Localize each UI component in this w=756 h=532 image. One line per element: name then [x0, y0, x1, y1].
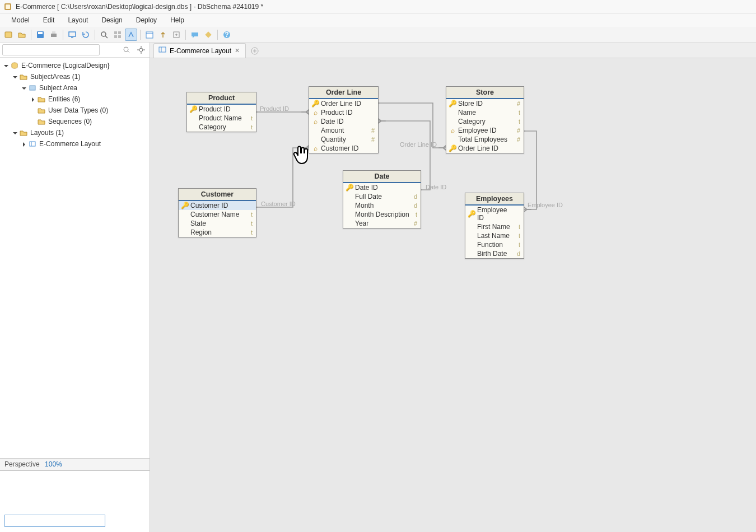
col-product-name[interactable]: Product Namet: [187, 114, 256, 123]
new-model-button[interactable]: [2, 29, 15, 41]
col-order-line-id[interactable]: 🔑Order Line ID: [446, 144, 524, 153]
tree-entities[interactable]: Entities (6): [1, 94, 148, 105]
svg-rect-6: [52, 31, 55, 34]
new-tab-button[interactable]: [249, 45, 260, 57]
entity-store[interactable]: Store 🔑Store ID# Namet Categoryt ⌕Employ…: [446, 86, 524, 153]
refresh-button[interactable]: [80, 29, 92, 41]
menu-deploy[interactable]: Deploy: [129, 15, 164, 26]
entity-order-line[interactable]: Order Line 🔑Order Line ID ⌕Product ID ⌕D…: [309, 86, 379, 153]
col-last-name[interactable]: Last Namet: [465, 231, 524, 240]
export-button[interactable]: [170, 29, 183, 41]
toolbar-sep: [217, 30, 218, 40]
svg-rect-1: [6, 4, 10, 9]
entity-date[interactable]: Date 🔑Date ID Full Dated Monthd Month De…: [343, 170, 421, 228]
col-category[interactable]: Categoryt: [446, 117, 524, 126]
layout-icon: [158, 46, 166, 55]
col-birth-date[interactable]: Birth Dated: [465, 249, 524, 258]
settings-button[interactable]: [135, 44, 147, 56]
col-total-employees[interactable]: Total Employees#: [446, 135, 524, 144]
monitor-button[interactable]: [66, 29, 78, 41]
col-quantity[interactable]: Quantity#: [309, 135, 378, 144]
tree-subject-area[interactable]: Subject Area: [1, 82, 148, 94]
open-button[interactable]: [16, 29, 28, 41]
entity-header[interactable]: Date: [343, 171, 421, 183]
col-store-id[interactable]: 🔑Store ID#: [446, 99, 524, 108]
caret-right-icon[interactable]: [30, 96, 36, 102]
text-input-box[interactable]: [4, 515, 105, 527]
col-order-line-id[interactable]: 🔑Order Line ID: [309, 99, 378, 108]
tree[interactable]: E-Commerce {LogicalDesign} SubjectAreas …: [0, 58, 150, 458]
col-product-id[interactable]: ⌕Product ID: [309, 108, 378, 117]
svg-rect-30: [30, 142, 35, 146]
col-year[interactable]: Year#: [343, 219, 421, 228]
menu-help[interactable]: Help: [164, 15, 191, 26]
tree-root[interactable]: E-Commerce {LogicalDesign}: [1, 60, 148, 71]
zoom-value[interactable]: 100%: [45, 460, 62, 468]
blank-icon: [449, 118, 456, 125]
col-date-id[interactable]: ⌕Date ID: [309, 117, 378, 126]
col-employee-id[interactable]: 🔑Employee ID: [465, 206, 524, 222]
svg-point-9: [101, 32, 106, 36]
col-state[interactable]: Statet: [179, 219, 256, 228]
menu-model[interactable]: Model: [4, 15, 36, 26]
col-product-id[interactable]: 🔑Product ID: [187, 105, 256, 114]
tree-user-data-types[interactable]: User Data Types (0): [1, 105, 148, 116]
col-name[interactable]: Namet: [446, 108, 524, 117]
spacer: [30, 119, 36, 124]
tab-ecommerce-layout[interactable]: E-Commerce Layout ✕: [153, 43, 246, 58]
entity-header[interactable]: Product: [187, 92, 256, 105]
tree-layout-item[interactable]: E-Commerce Layout: [1, 138, 148, 150]
col-month[interactable]: Monthd: [343, 201, 421, 210]
search-input[interactable]: [2, 44, 100, 55]
menu-layout[interactable]: Layout: [61, 15, 95, 26]
col-date-id[interactable]: 🔑Date ID: [343, 183, 421, 192]
entity-header[interactable]: Employees: [465, 193, 524, 206]
col-full-date[interactable]: Full Dated: [343, 192, 421, 201]
col-customer-id[interactable]: ⌕Customer ID: [309, 144, 378, 153]
zoom-button[interactable]: [98, 29, 110, 41]
save-button[interactable]: [34, 29, 46, 41]
entity-customer[interactable]: Customer 🔑Customer ID Customer Namet Sta…: [178, 188, 256, 237]
entity-header[interactable]: Customer: [179, 189, 256, 201]
col-customer-id[interactable]: 🔑Customer ID: [179, 201, 256, 210]
diagram-canvas[interactable]: Product ID Customer ID Date ID Order Lin…: [150, 58, 756, 532]
blank-icon: [468, 232, 475, 240]
col-first-name[interactable]: First Namet: [465, 222, 524, 231]
entity-header[interactable]: Order Line: [309, 87, 378, 99]
col-amount[interactable]: Amount#: [309, 126, 378, 135]
caret-right-icon[interactable]: [21, 141, 27, 147]
col-category[interactable]: Categoryt: [187, 123, 256, 132]
tree-layouts[interactable]: Layouts (1): [1, 127, 148, 138]
svg-rect-12: [118, 31, 121, 34]
svg-text:?: ?: [225, 31, 228, 39]
tree-layout-item-label: E-Commerce Layout: [39, 140, 101, 148]
chat-button[interactable]: [189, 29, 201, 41]
entity-product[interactable]: Product 🔑Product ID Product Namet Catego…: [186, 92, 256, 132]
col-function[interactable]: Functiont: [465, 240, 524, 249]
svg-line-10: [105, 36, 108, 38]
grid-button[interactable]: [111, 29, 124, 41]
snap-button[interactable]: [125, 29, 137, 41]
calendar-button[interactable]: [143, 29, 156, 41]
caret-down-icon[interactable]: [12, 130, 18, 136]
col-month-description[interactable]: Month Descriptiont: [343, 210, 421, 219]
tree-subject-areas[interactable]: SubjectAreas (1): [1, 71, 148, 82]
arrow-up-button[interactable]: [157, 29, 169, 41]
caret-down-icon[interactable]: [3, 63, 9, 68]
print-button[interactable]: [48, 29, 60, 41]
toolbar-sep: [140, 30, 141, 40]
blank-icon: [181, 228, 189, 236]
tree-sequences[interactable]: Sequences (0): [1, 116, 148, 127]
col-region[interactable]: Regiont: [179, 228, 256, 237]
menu-edit[interactable]: Edit: [36, 15, 62, 26]
help-button[interactable]: ?: [221, 29, 233, 41]
entity-header[interactable]: Store: [446, 87, 524, 99]
menu-design[interactable]: Design: [95, 15, 129, 26]
diamond-button[interactable]: [202, 29, 214, 41]
tab-close-button[interactable]: ✕: [235, 47, 240, 54]
caret-down-icon[interactable]: [21, 85, 27, 91]
caret-down-icon[interactable]: [12, 74, 18, 80]
col-customer-name[interactable]: Customer Namet: [179, 210, 256, 219]
entity-employees[interactable]: Employees 🔑Employee ID First Namet Last …: [465, 193, 524, 259]
col-employee-id[interactable]: ⌕Employee ID#: [446, 126, 524, 135]
